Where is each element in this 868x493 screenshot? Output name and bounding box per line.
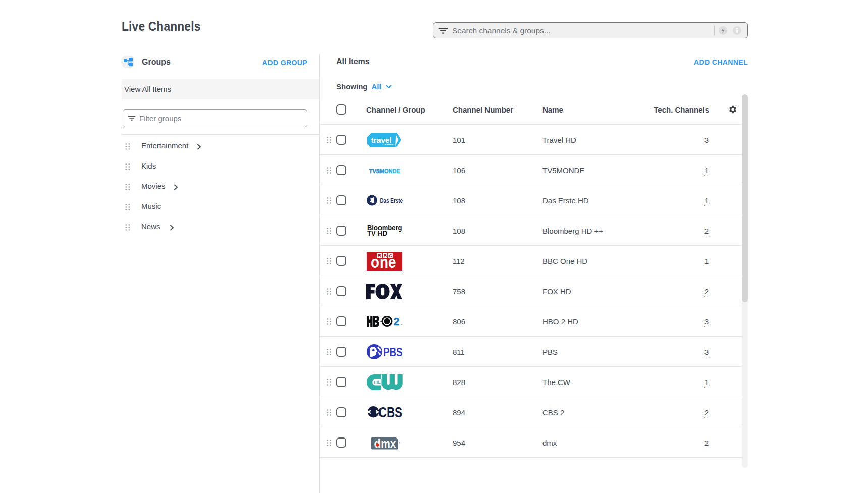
svg-text:2: 2 — [394, 316, 400, 327]
svg-text:TV5MONDE: TV5MONDE — [369, 168, 400, 174]
svg-text:CHANNEL: CHANNEL — [383, 143, 395, 146]
svg-text:TV HD: TV HD — [367, 229, 387, 237]
svg-text:travel: travel — [371, 136, 392, 144]
svg-text:one: one — [371, 253, 396, 271]
svg-text:PBS: PBS — [383, 345, 403, 359]
svg-text:CBS: CBS — [378, 406, 402, 418]
svg-text:THE: THE — [373, 380, 381, 384]
svg-text:Das Erste: Das Erste — [380, 197, 403, 204]
